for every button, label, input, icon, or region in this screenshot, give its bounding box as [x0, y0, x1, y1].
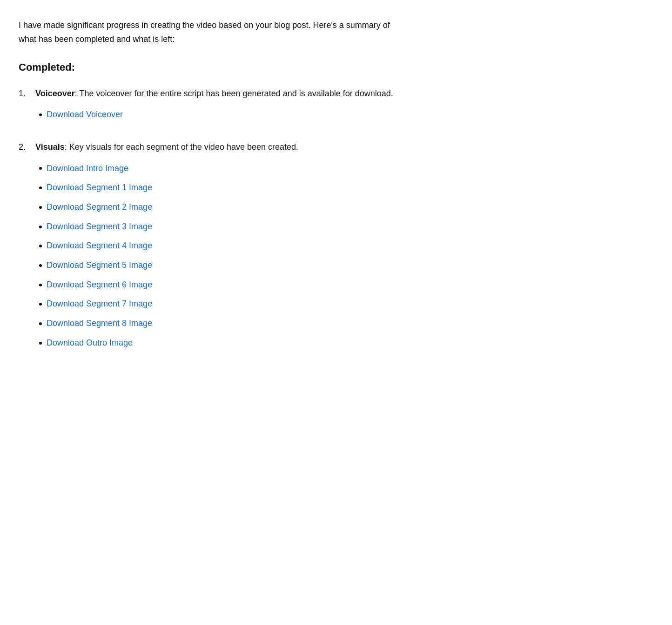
list-item: Download Segment 1 Image [35, 181, 400, 195]
list-item: Download Segment 5 Image [35, 259, 400, 273]
bullet-dot-icon [39, 113, 42, 116]
download-link-2-5[interactable]: Download Segment 4 Image [47, 239, 152, 253]
bullet-dot-icon [39, 226, 42, 228]
download-link-2-7[interactable]: Download Segment 6 Image [47, 278, 152, 292]
list-item: Download Voiceover [35, 108, 400, 122]
bullet-dot-icon [39, 322, 42, 325]
intro-paragraph: I have made significant progress in crea… [19, 19, 400, 46]
list-number-2: 2. [19, 140, 30, 356]
bullet-dot-icon [39, 245, 42, 247]
bullet-dot-icon [39, 264, 42, 267]
list-item-label-1: Voiceover [35, 89, 75, 98]
download-link-2-2[interactable]: Download Segment 1 Image [47, 181, 152, 195]
bullet-dot-icon [39, 167, 42, 170]
download-link-2-4[interactable]: Download Segment 3 Image [47, 220, 152, 234]
download-link-2-1[interactable]: Download Intro Image [47, 162, 128, 176]
list-item: Download Segment 4 Image [35, 239, 400, 253]
bullet-dot-icon [39, 303, 42, 306]
bullet-dot-icon [39, 186, 42, 189]
download-link-2-10[interactable]: Download Outro Image [47, 336, 133, 350]
bullet-dot-icon [39, 284, 42, 286]
list-item-desc-1: : The voiceover for the entire script ha… [75, 89, 393, 98]
list-number-1: 1. [19, 87, 30, 127]
list-item: Download Segment 8 Image [35, 317, 400, 331]
numbered-item-1: 1.Voiceover: The voiceover for the entir… [19, 87, 400, 127]
completed-heading: Completed: [19, 59, 400, 75]
download-link-2-8[interactable]: Download Segment 7 Image [47, 297, 152, 311]
list-item: Download Segment 3 Image [35, 220, 400, 234]
list-item-desc-2: : Key visuals for each segment of the vi… [65, 142, 298, 152]
list-item: Download Intro Image [35, 162, 400, 176]
list-item: Download Outro Image [35, 336, 400, 350]
download-link-2-3[interactable]: Download Segment 2 Image [47, 200, 152, 214]
list-item: Download Segment 6 Image [35, 278, 400, 292]
download-list-2: Download Intro ImageDownload Segment 1 I… [35, 162, 400, 350]
download-list-1: Download Voiceover [35, 108, 400, 122]
list-item: Download Segment 2 Image [35, 200, 400, 214]
bullet-dot-icon [39, 206, 42, 209]
download-link-1-1[interactable]: Download Voiceover [47, 108, 123, 122]
list-item-text-1: Voiceover: The voiceover for the entire … [35, 87, 400, 101]
numbered-item-2: 2.Visuals: Key visuals for each segment … [19, 140, 400, 356]
download-link-2-9[interactable]: Download Segment 8 Image [47, 317, 152, 331]
list-item: Download Segment 7 Image [35, 297, 400, 311]
completed-list: 1.Voiceover: The voiceover for the entir… [19, 87, 400, 356]
list-item-label-2: Visuals [35, 142, 65, 152]
list-item-text-2: Visuals: Key visuals for each segment of… [35, 140, 400, 154]
download-link-2-6[interactable]: Download Segment 5 Image [47, 259, 152, 273]
bullet-dot-icon [39, 342, 42, 345]
